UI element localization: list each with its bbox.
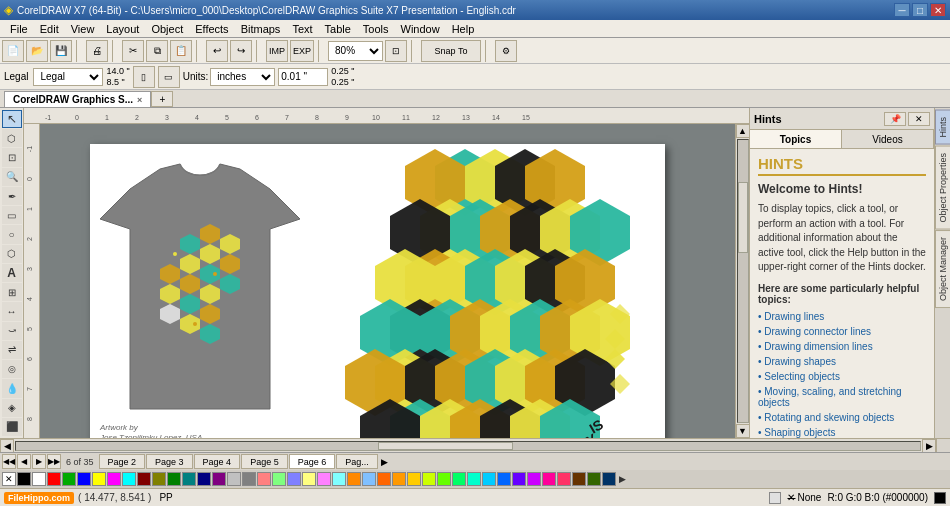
units-dropdown[interactable]: inchesmmcmpixels — [210, 68, 275, 86]
menu-edit[interactable]: Edit — [34, 22, 65, 36]
tab-topics[interactable]: Topics — [750, 130, 842, 148]
color-swatch-gold[interactable] — [407, 472, 421, 486]
scroll-right-button[interactable]: ▶ — [922, 439, 936, 453]
side-tab-hints[interactable]: Hints — [935, 110, 951, 145]
page-tab-more[interactable]: Pag... — [336, 454, 378, 469]
color-swatch-white[interactable] — [32, 472, 46, 486]
undo-button[interactable]: ↩ — [206, 40, 228, 62]
vscroll-track[interactable] — [737, 139, 749, 423]
color-swatch-darkgreen[interactable] — [167, 472, 181, 486]
color-swatch-teal[interactable] — [182, 472, 196, 486]
palette-scroll-right[interactable]: ▶ — [617, 474, 628, 484]
paste-button[interactable]: 📋 — [170, 40, 192, 62]
print-button[interactable]: 🖨 — [86, 40, 108, 62]
connector-tool[interactable]: ⤻ — [2, 322, 22, 340]
menu-object[interactable]: Object — [145, 22, 189, 36]
menu-window[interactable]: Window — [395, 22, 446, 36]
document-tab[interactable]: CorelDRAW Graphics S... × — [4, 91, 151, 107]
landscape-button[interactable]: ▭ — [158, 66, 180, 88]
page-tab-2[interactable]: Page 2 — [99, 454, 146, 469]
close-tab-icon[interactable]: × — [137, 95, 142, 105]
color-swatch-purple[interactable] — [212, 472, 226, 486]
color-swatch-pink[interactable] — [317, 472, 331, 486]
page-tab-5[interactable]: Page 5 — [241, 454, 288, 469]
color-swatch-gray[interactable] — [242, 472, 256, 486]
nav-prev-page[interactable]: ◀ — [17, 454, 31, 469]
menu-view[interactable]: View — [65, 22, 101, 36]
zoom-fit-button[interactable]: ⊡ — [385, 40, 407, 62]
color-swatch-lightyellow[interactable] — [302, 472, 316, 486]
table-tool[interactable]: ⊞ — [2, 283, 22, 301]
color-swatch-orange[interactable] — [347, 472, 361, 486]
topic-drawing-lines[interactable]: Drawing lines — [758, 309, 926, 324]
dimension-tool[interactable]: ↔ — [2, 302, 22, 320]
color-swatch-green[interactable] — [62, 472, 76, 486]
topic-dimension-lines[interactable]: Drawing dimension lines — [758, 339, 926, 354]
pick-tool[interactable]: ↖ — [2, 110, 22, 128]
menu-effects[interactable]: Effects — [189, 22, 234, 36]
open-button[interactable]: 📂 — [26, 40, 48, 62]
color-swatch-indigo[interactable] — [512, 472, 526, 486]
portrait-button[interactable]: ▯ — [133, 66, 155, 88]
no-color-swatch[interactable]: ✕ — [2, 472, 16, 486]
topic-connector-lines[interactable]: Drawing connector lines — [758, 324, 926, 339]
menu-tools[interactable]: Tools — [357, 22, 395, 36]
page-tab-scroll-right[interactable]: ▶ — [379, 457, 390, 467]
panel-pin-button[interactable]: 📌 — [884, 112, 906, 126]
polygon-tool[interactable]: ⬡ — [2, 245, 22, 263]
color-swatch-yellow[interactable] — [92, 472, 106, 486]
contour-tool[interactable]: ◎ — [2, 360, 22, 378]
color-swatch-aqua[interactable] — [467, 472, 481, 486]
color-swatch-lightsky[interactable] — [362, 472, 376, 486]
maximize-button[interactable]: □ — [912, 3, 928, 17]
side-tab-object-properties[interactable]: Object Properties — [935, 146, 951, 230]
color-swatch-navy[interactable] — [197, 472, 211, 486]
eyedropper-tool[interactable]: 💧 — [2, 379, 22, 397]
color-swatch-hotpink[interactable] — [542, 472, 556, 486]
menu-file[interactable]: File — [4, 22, 34, 36]
nav-first-page[interactable]: ◀◀ — [2, 454, 16, 469]
color-swatch-yellow-green[interactable] — [422, 472, 436, 486]
color-swatch-lightred[interactable] — [257, 472, 271, 486]
fill-tool[interactable]: ◈ — [2, 399, 22, 417]
color-swatch-silver[interactable] — [227, 472, 241, 486]
export-button[interactable]: EXP — [290, 40, 314, 62]
copy-button[interactable]: ⧉ — [146, 40, 168, 62]
color-swatch-darknavy[interactable] — [602, 472, 616, 486]
topic-drawing-shapes[interactable]: Drawing shapes — [758, 354, 926, 369]
save-button[interactable]: 💾 — [50, 40, 72, 62]
scroll-up-button[interactable]: ▲ — [736, 124, 750, 138]
topic-moving-scaling[interactable]: Moving, scaling, and stretching objects — [758, 384, 926, 410]
side-tab-object-manager[interactable]: Object Manager — [935, 230, 951, 308]
color-swatch-magenta[interactable] — [107, 472, 121, 486]
color-swatch-mint[interactable] — [452, 472, 466, 486]
hscroll-track[interactable] — [15, 441, 921, 451]
node-tool[interactable]: ⬡ — [2, 129, 22, 147]
import-button[interactable]: IMP — [266, 40, 288, 62]
panel-close-button[interactable]: ✕ — [908, 112, 930, 126]
nav-next-page[interactable]: ▶ — [32, 454, 46, 469]
color-swatch-darkforest[interactable] — [587, 472, 601, 486]
curve-tool[interactable]: ✒ — [2, 187, 22, 205]
page-tab-4[interactable]: Page 4 — [194, 454, 241, 469]
color-swatch-skyblue[interactable] — [482, 472, 496, 486]
tab-videos[interactable]: Videos — [842, 130, 934, 148]
crop-tool[interactable]: ⊡ — [2, 148, 22, 166]
color-swatch-cyan[interactable] — [122, 472, 136, 486]
hscroll-thumb[interactable] — [378, 442, 514, 450]
page-tab-6[interactable]: Page 6 — [289, 454, 336, 469]
color-swatch-violet[interactable] — [527, 472, 541, 486]
color-swatch-lightblue[interactable] — [287, 472, 301, 486]
color-swatch-darkred[interactable] — [137, 472, 151, 486]
blend-tool[interactable]: ⇌ — [2, 341, 22, 359]
menu-layout[interactable]: Layout — [100, 22, 145, 36]
menu-text[interactable]: Text — [286, 22, 318, 36]
smart-fill-tool[interactable]: ⬛ — [2, 418, 22, 436]
color-swatch-black[interactable] — [17, 472, 31, 486]
canvas-scroll[interactable]: Artwork by Jose Tzonilimku Lopez, USA — [40, 124, 749, 438]
topic-shaping-objects[interactable]: Shaping objects — [758, 425, 926, 439]
rectangle-tool[interactable]: ▭ — [2, 206, 22, 224]
menu-table[interactable]: Table — [319, 22, 357, 36]
topic-rotating-skewing[interactable]: Rotating and skewing objects — [758, 410, 926, 425]
menu-help[interactable]: Help — [446, 22, 481, 36]
